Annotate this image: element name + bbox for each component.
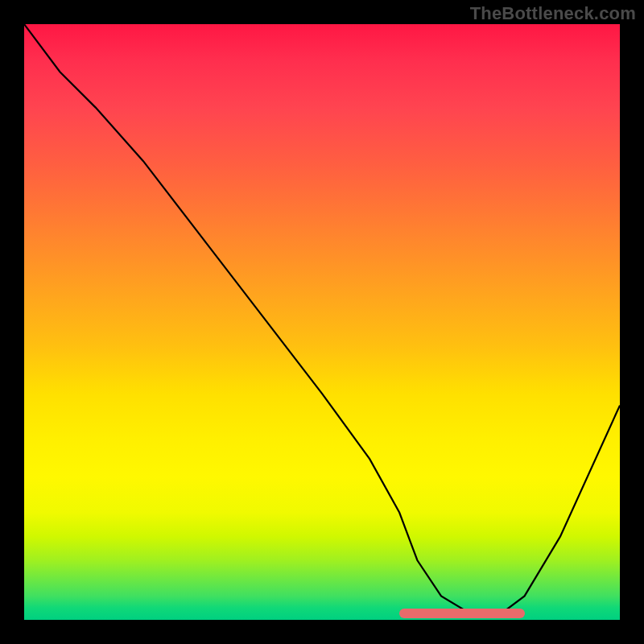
plot-area [24, 24, 620, 620]
curve-svg [24, 24, 620, 620]
chart-frame: TheBottleneck.com [0, 0, 644, 644]
watermark-text: TheBottleneck.com [470, 3, 636, 24]
optimal-range-highlight [399, 609, 524, 618]
bottleneck-curve-path [24, 24, 620, 614]
